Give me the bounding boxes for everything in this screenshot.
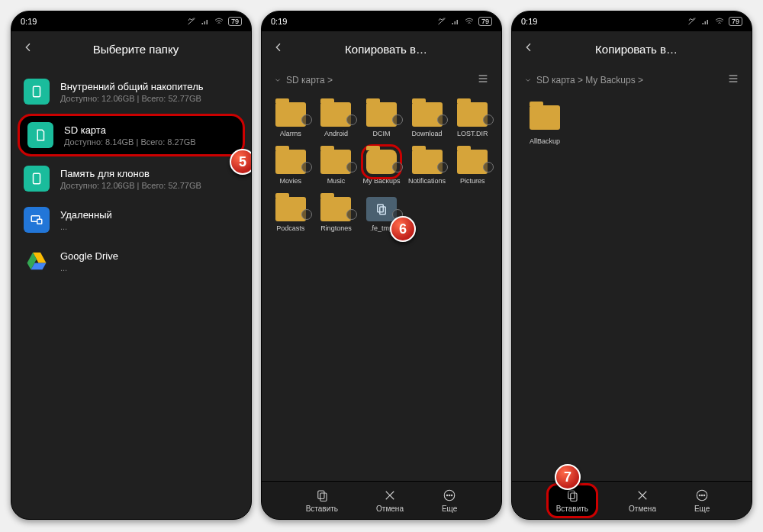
select-circle[interactable] bbox=[301, 114, 312, 125]
folder-item[interactable]: Alarms bbox=[268, 96, 314, 143]
folder-item[interactable]: Podcasts bbox=[268, 191, 314, 238]
signal-icon bbox=[451, 17, 460, 26]
folder-icon bbox=[530, 105, 560, 130]
folder-item[interactable]: LOST.DIR bbox=[449, 96, 495, 143]
storage-name: Google Drive bbox=[60, 250, 118, 262]
storage-list: Внутренний общий накопитель Доступно: 12… bbox=[11, 66, 251, 519]
select-circle[interactable] bbox=[301, 162, 312, 172]
select-circle[interactable] bbox=[392, 114, 403, 125]
folder-label: Pictures bbox=[460, 177, 485, 185]
svg-rect-7 bbox=[320, 493, 327, 501]
storage-remote[interactable]: Удаленный ... bbox=[11, 199, 251, 240]
folder-item[interactable]: Movies bbox=[268, 143, 314, 191]
folder-label: AllBackup bbox=[530, 137, 560, 145]
signal-icon bbox=[701, 17, 710, 26]
folder-item[interactable]: Music bbox=[314, 143, 359, 191]
svg-rect-6 bbox=[318, 491, 324, 499]
storage-sub: Доступно: 12.06GB | Всего: 52.77GB bbox=[60, 181, 201, 190]
folder-item[interactable]: Android bbox=[314, 96, 359, 143]
storage-sub: Доступно: 8.14GB | Всего: 8.27GB bbox=[64, 137, 196, 147]
folder-item[interactable]: AllBackup bbox=[524, 99, 565, 151]
statusbar: 0:19 79 bbox=[11, 11, 251, 31]
cancel-label: Отмена bbox=[629, 505, 656, 513]
status-time: 0:19 bbox=[21, 17, 37, 26]
cancel-button[interactable]: Отмена bbox=[621, 485, 664, 516]
folder-icon bbox=[366, 150, 397, 174]
folder-icon bbox=[320, 102, 351, 127]
breadcrumb[interactable]: SD карта > bbox=[274, 75, 333, 85]
storage-name: Внутренний общий накопитель bbox=[60, 81, 204, 92]
paste-label: Вставить bbox=[306, 505, 338, 513]
mute-icon bbox=[687, 17, 697, 26]
svg-rect-1 bbox=[34, 173, 40, 184]
step-callout-5: 5 bbox=[230, 149, 252, 175]
folder-icon bbox=[275, 150, 306, 174]
folder-label: Download bbox=[412, 130, 443, 137]
folder-item[interactable]: My Backups bbox=[359, 143, 404, 191]
storage-name: SD карта bbox=[64, 124, 196, 136]
more-icon bbox=[443, 488, 456, 502]
folder-item[interactable]: DCIM bbox=[359, 96, 404, 143]
folder-label: My Backups bbox=[362, 177, 400, 185]
phone-screen-1: 0:19 79 Выберите папку Внутренний общий … bbox=[11, 11, 252, 520]
signal-icon bbox=[201, 17, 210, 26]
view-list-icon[interactable] bbox=[727, 73, 739, 87]
mute-icon bbox=[437, 17, 446, 26]
status-time: 0:19 bbox=[271, 17, 287, 26]
cancel-label: Отмена bbox=[376, 505, 404, 513]
paste-button[interactable]: Вставить bbox=[298, 485, 346, 516]
select-circle[interactable] bbox=[301, 209, 312, 220]
folder-item[interactable]: Pictures bbox=[449, 143, 495, 191]
select-circle[interactable] bbox=[483, 114, 494, 125]
appbar: Выберите папку bbox=[11, 31, 251, 66]
select-circle[interactable] bbox=[437, 162, 448, 172]
storage-sdcard[interactable]: SD карта Доступно: 8.14GB | Всего: 8.27G… bbox=[18, 114, 245, 156]
phone-storage-icon bbox=[24, 79, 50, 105]
storage-name: Удаленный bbox=[60, 209, 112, 221]
breadcrumb[interactable]: SD карта > My Backups > bbox=[524, 75, 643, 85]
folder-grid: AllBackup bbox=[512, 93, 752, 481]
page-title: Копировать в… bbox=[532, 43, 741, 56]
more-button[interactable]: Еще bbox=[434, 485, 465, 516]
folder-icon bbox=[275, 102, 306, 127]
folder-item[interactable]: Ringtones bbox=[314, 191, 359, 238]
mute-icon bbox=[187, 17, 196, 26]
folder-label: Movies bbox=[280, 177, 302, 185]
select-circle[interactable] bbox=[346, 209, 357, 220]
more-button[interactable]: Еще bbox=[687, 485, 717, 516]
more-label: Еще bbox=[442, 505, 457, 513]
storage-sub: ... bbox=[60, 222, 112, 231]
phone-storage-icon bbox=[24, 166, 50, 192]
select-circle[interactable] bbox=[346, 114, 357, 125]
bottombar: Вставить Отмена Еще bbox=[262, 481, 501, 519]
storage-clones[interactable]: Память для клонов Доступно: 12.06GB | Вс… bbox=[11, 158, 251, 199]
folder-grid: AlarmsAndroidDCIMDownloadLOST.DIRMoviesM… bbox=[262, 93, 501, 241]
folder-icon bbox=[457, 102, 488, 127]
folder-icon bbox=[275, 197, 306, 221]
folder-item[interactable]: Notifications bbox=[404, 143, 450, 191]
svg-point-10 bbox=[449, 495, 450, 496]
wifi-icon bbox=[715, 17, 724, 26]
gdrive-icon bbox=[24, 248, 50, 274]
select-circle[interactable] bbox=[392, 162, 403, 172]
cancel-button[interactable]: Отмена bbox=[369, 485, 411, 516]
storage-name: Память для клонов bbox=[60, 168, 201, 179]
folder-icon bbox=[457, 150, 488, 174]
file-icon bbox=[366, 197, 397, 221]
folder-item[interactable]: Download bbox=[404, 96, 450, 143]
svg-rect-4 bbox=[378, 205, 384, 212]
page-title: Выберите папку bbox=[31, 43, 240, 56]
folder-icon bbox=[320, 150, 351, 174]
more-label: Еще bbox=[694, 505, 710, 513]
folder-icon bbox=[320, 197, 351, 221]
statusbar: 0:19 79 bbox=[512, 11, 752, 31]
storage-internal[interactable]: Внутренний общий накопитель Доступно: 12… bbox=[11, 71, 251, 112]
select-circle[interactable] bbox=[346, 162, 357, 172]
folder-label: Alarms bbox=[280, 130, 301, 137]
select-circle[interactable] bbox=[437, 114, 448, 125]
storage-gdrive[interactable]: Google Drive ... bbox=[11, 240, 251, 282]
page-title: Копировать в… bbox=[282, 43, 491, 56]
select-circle[interactable] bbox=[483, 162, 494, 172]
phone-screen-3: 0:19 79 Копировать в… SD карта > My Back… bbox=[511, 11, 752, 520]
view-list-icon[interactable] bbox=[477, 73, 489, 87]
